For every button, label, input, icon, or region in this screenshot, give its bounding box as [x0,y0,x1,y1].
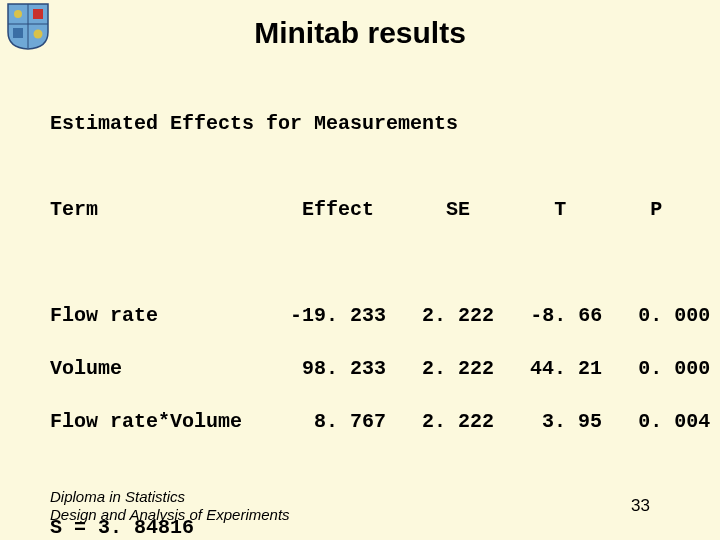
slide-footer: Diploma in Statistics Design and Analysi… [50,488,290,524]
cell-se: 2. 222 [422,304,494,327]
footer-line1: Diploma in Statistics [50,488,290,506]
cell-t: -8. 66 [530,304,602,327]
col-effect: Effect [302,198,374,221]
svg-point-2 [14,10,22,18]
table-row: Flow rate*Volume 8. 767 2. 222 3. 95 0. … [50,407,710,437]
cell-effect: -19. 233 [290,304,386,327]
col-t: T [554,198,566,221]
table-header-row: Term Effect SE T P [50,195,710,225]
page-title: Minitab results [0,0,720,50]
cell-se: 2. 222 [422,357,494,380]
svg-point-5 [34,30,43,39]
cell-p: 0. 000 [638,357,710,380]
cell-se: 2. 222 [422,410,494,433]
cell-term: Flow rate [50,304,158,327]
svg-rect-4 [13,28,23,38]
crest-logo [6,2,50,50]
cell-term: Volume [50,357,122,380]
svg-rect-3 [33,9,43,19]
cell-t: 44. 21 [530,357,602,380]
footer-line2: Design and Analysis of Experiments [50,506,290,524]
col-se: SE [446,198,470,221]
effects-table: Term Effect SE T P Flow rate -19. 233 2.… [50,172,710,540]
table-row: Flow rate -19. 233 2. 222 -8. 66 0. 000 [50,301,710,331]
section-heading: Estimated Effects for Measurements [50,112,458,135]
table-row: Volume 98. 233 2. 222 44. 21 0. 000 [50,354,710,384]
cell-t: 3. 95 [542,410,602,433]
cell-term: Flow rate*Volume [50,410,242,433]
cell-effect: 8. 767 [314,410,386,433]
cell-effect: 98. 233 [302,357,386,380]
col-p: P [650,198,662,221]
cell-p: 0. 004 [638,410,710,433]
page-number: 33 [631,496,650,516]
col-term: Term [50,198,98,221]
cell-p: 0. 000 [638,304,710,327]
